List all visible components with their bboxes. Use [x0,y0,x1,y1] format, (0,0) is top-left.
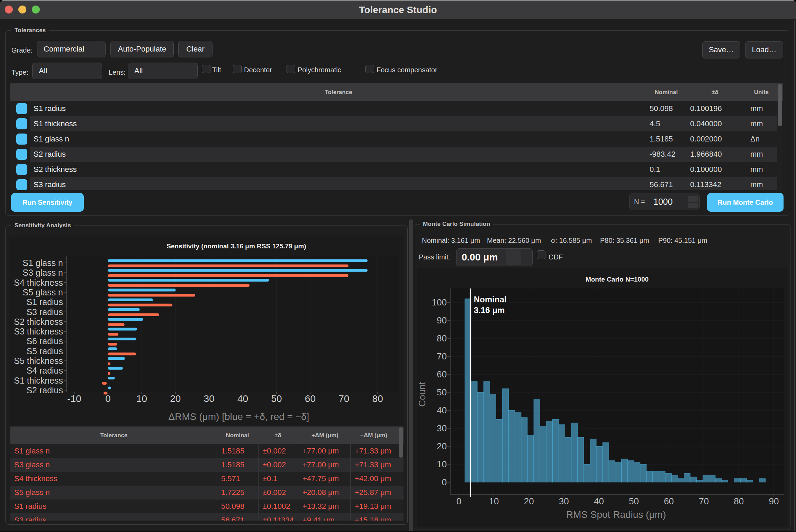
svg-text:3.16 μm: 3.16 μm [474,305,505,315]
svg-text:0: 0 [456,496,461,506]
svg-text:S1 thickness: S1 thickness [14,376,63,385]
svg-text:Nominal: Nominal [474,295,507,304]
svg-text:80: 80 [372,393,383,404]
svg-text:S1 glass n: S1 glass n [22,258,63,268]
svg-text:Monte Carlo N=1000: Monte Carlo N=1000 [586,276,649,283]
svg-text:70: 70 [699,496,709,506]
svg-text:S2 radius: S2 radius [26,385,63,395]
svg-text:ΔRMS (μm) [blue = +δ, red = −δ: ΔRMS (μm) [blue = +δ, red = −δ] [169,411,309,422]
svg-text:50: 50 [629,496,639,506]
svg-text:-10: -10 [67,393,81,404]
svg-text:100: 100 [432,297,447,308]
svg-text:40: 40 [437,405,447,415]
svg-text:0: 0 [105,393,111,404]
svg-text:30: 30 [204,393,215,404]
svg-text:50: 50 [437,387,447,397]
svg-text:S3 radius: S3 radius [26,307,63,317]
svg-text:S5 thickness: S5 thickness [14,356,63,366]
svg-text:80: 80 [437,333,447,343]
svg-text:10: 10 [489,496,499,506]
svg-text:Sensitivity (nominal 3.16 μm R: Sensitivity (nominal 3.16 μm RSS 125.79 … [166,242,306,250]
svg-text:20: 20 [524,496,534,506]
svg-text:60: 60 [437,369,447,379]
svg-text:S6 radius: S6 radius [26,336,63,346]
svg-text:S4 radius: S4 radius [26,366,63,375]
svg-text:70: 70 [338,393,349,404]
svg-text:60: 60 [305,393,316,404]
svg-text:70: 70 [437,351,447,361]
svg-text:S1 radius: S1 radius [26,297,63,307]
svg-text:20: 20 [437,441,447,451]
svg-text:90: 90 [437,315,447,325]
svg-text:Count: Count [417,382,427,407]
svg-text:30: 30 [559,496,569,506]
svg-text:20: 20 [170,393,181,404]
svg-text:10: 10 [437,459,447,469]
svg-text:60: 60 [664,496,674,506]
svg-text:S3 thickness: S3 thickness [14,327,63,336]
svg-text:10: 10 [136,393,147,404]
svg-text:40: 40 [594,496,604,506]
svg-text:S4 thickness: S4 thickness [14,278,63,287]
svg-text:40: 40 [237,393,248,404]
svg-text:50: 50 [271,393,282,404]
svg-text:30: 30 [437,423,447,433]
svg-text:S5 glass n: S5 glass n [22,287,63,297]
svg-text:S5 radius: S5 radius [26,346,63,356]
svg-text:S2 thickness: S2 thickness [14,317,63,327]
svg-text:RMS Spot Radius (μm): RMS Spot Radius (μm) [566,509,666,520]
svg-text:0: 0 [442,477,447,487]
svg-text:90: 90 [769,496,779,506]
svg-text:S3 glass n: S3 glass n [22,268,63,277]
svg-text:80: 80 [734,496,744,506]
